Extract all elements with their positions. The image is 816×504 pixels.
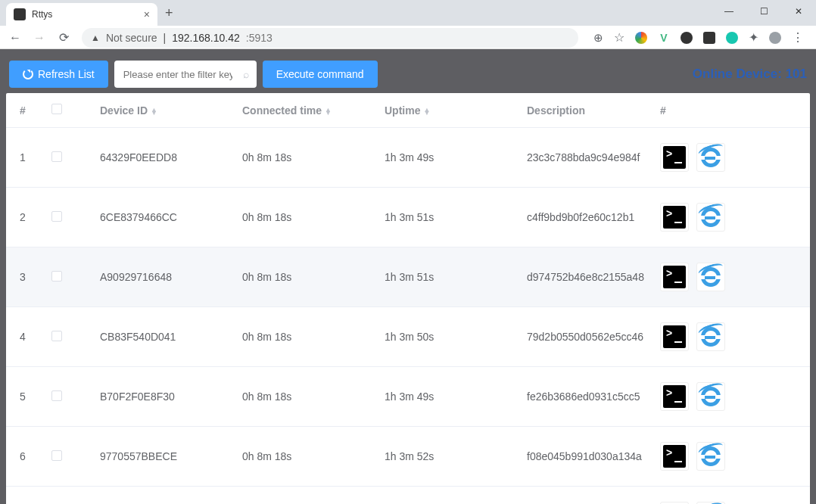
extension-icon-5[interactable] xyxy=(726,32,738,44)
refresh-icon xyxy=(23,69,33,79)
browser-tab[interactable]: Rttys × xyxy=(6,3,157,26)
cell-num: 6 xyxy=(6,427,44,487)
cell-checkbox xyxy=(44,128,92,188)
maximize-button[interactable]: ☐ xyxy=(746,0,781,23)
browser-chrome: Rttys × + — ☐ ✕ ← → ⟳ ▲ Not secure | 192… xyxy=(0,0,816,49)
cell-device-id: 1C4B8F3DE3E9 xyxy=(92,487,235,505)
favicon-icon xyxy=(14,8,26,20)
terminal-icon xyxy=(663,445,686,468)
ie-icon xyxy=(699,385,722,408)
row-checkbox[interactable] xyxy=(51,331,62,341)
extension-icons: ⊕ ☆ V ✦ ⋮ xyxy=(586,30,811,45)
cell-description: fe26b3686ed0931c5cc5 xyxy=(519,367,652,427)
profile-avatar[interactable] xyxy=(769,32,781,44)
ie-icon xyxy=(699,266,722,288)
extension-icon-2[interactable]: V xyxy=(658,32,670,44)
forward-button[interactable]: → xyxy=(29,27,50,48)
cell-connected: 0h 8m 18s xyxy=(235,487,377,505)
terminal-icon xyxy=(663,266,686,288)
cell-actions xyxy=(652,247,810,307)
browser-button[interactable] xyxy=(696,442,725,471)
new-tab-button[interactable]: + xyxy=(165,5,173,26)
col-header-description: Description xyxy=(519,93,652,128)
cell-checkbox xyxy=(44,367,92,427)
cell-checkbox xyxy=(44,487,92,505)
cell-description: d974752b46e8c2155a48 xyxy=(519,247,652,307)
table-row: 6 9770557BBECE 0h 8m 18s 1h 3m 52s f08e0… xyxy=(6,427,810,487)
row-checkbox[interactable] xyxy=(51,390,62,401)
terminal-button[interactable] xyxy=(660,442,689,471)
bookmark-icon[interactable]: ☆ xyxy=(614,30,624,45)
row-checkbox[interactable] xyxy=(51,151,62,162)
refresh-list-button[interactable]: Refresh List xyxy=(9,61,108,88)
online-device-count: Online Device: 101 xyxy=(693,67,807,82)
row-checkbox[interactable] xyxy=(51,271,62,282)
security-label: Not secure xyxy=(106,32,157,44)
cell-uptime: 1h 3m 50s xyxy=(377,307,519,367)
minimize-button[interactable]: — xyxy=(712,0,746,23)
col-header-checkbox xyxy=(44,93,92,128)
ie-icon xyxy=(699,206,722,229)
cell-checkbox xyxy=(44,188,92,247)
browser-button[interactable] xyxy=(696,322,725,351)
cell-num: 1 xyxy=(6,128,44,188)
cell-device-id: A90929716648 xyxy=(92,247,235,307)
tab-title: Rttys xyxy=(32,9,138,20)
col-header-device-id[interactable]: Device ID▲▼ xyxy=(92,93,235,128)
close-tab-icon[interactable]: × xyxy=(144,8,150,20)
select-all-checkbox[interactable] xyxy=(51,104,62,114)
row-checkbox[interactable] xyxy=(51,211,62,222)
cell-actions xyxy=(652,487,810,505)
cell-uptime: 1h 3m 51s xyxy=(377,247,519,307)
terminal-button[interactable] xyxy=(660,143,689,172)
url-port: :5913 xyxy=(246,32,273,44)
cell-checkbox xyxy=(44,247,92,307)
cell-description: c4ff9bd9b0f2e60c12b1 xyxy=(519,188,652,247)
cell-device-id: 64329F0EEDD8 xyxy=(92,128,235,188)
url-input[interactable]: ▲ Not secure | 192.168.10.42:5913 xyxy=(82,28,578,48)
cell-connected: 0h 8m 18s xyxy=(235,307,377,367)
cell-checkbox xyxy=(44,427,92,487)
col-header-connected[interactable]: Connected time▲▼ xyxy=(235,93,377,128)
filter-input[interactable] xyxy=(114,61,257,88)
browser-button[interactable] xyxy=(696,143,725,172)
cell-actions xyxy=(652,128,810,188)
terminal-icon xyxy=(663,146,686,169)
browser-button[interactable] xyxy=(696,382,725,411)
terminal-button[interactable] xyxy=(660,382,689,411)
tab-bar: Rttys × + — ☐ ✕ xyxy=(0,0,816,26)
cell-uptime: 1h 3m 52s xyxy=(377,427,519,487)
reload-button[interactable]: ⟳ xyxy=(53,27,74,48)
col-header-uptime[interactable]: Uptime▲▼ xyxy=(377,93,519,128)
window-controls: — ☐ ✕ xyxy=(712,0,816,23)
back-button[interactable]: ← xyxy=(5,27,26,48)
cell-actions xyxy=(652,307,810,367)
warning-icon: ▲ xyxy=(91,33,100,43)
refresh-label: Refresh List xyxy=(38,68,95,80)
extensions-puzzle-icon[interactable]: ✦ xyxy=(749,30,758,45)
cell-description: f7f86276cbeb53621fe5 xyxy=(519,487,652,505)
terminal-button[interactable] xyxy=(660,263,689,291)
row-checkbox[interactable] xyxy=(51,450,62,461)
table-row: 7 1C4B8F3DE3E9 0h 8m 18s 1h 3m 50s f7f86… xyxy=(6,487,810,505)
execute-command-button[interactable]: Execute command xyxy=(263,61,378,88)
terminal-button[interactable] xyxy=(660,203,689,232)
close-window-button[interactable]: ✕ xyxy=(781,0,816,23)
cell-device-id: 6CE8379466CC xyxy=(92,188,235,247)
cell-actions xyxy=(652,427,810,487)
browser-menu-icon[interactable]: ⋮ xyxy=(792,30,804,45)
extension-icon-3[interactable] xyxy=(681,32,693,44)
cell-connected: 0h 8m 18s xyxy=(235,367,377,427)
terminal-icon xyxy=(663,206,686,229)
terminal-button[interactable] xyxy=(660,322,689,351)
browser-button[interactable] xyxy=(696,203,725,232)
sort-icon: ▲▼ xyxy=(151,108,157,114)
cell-num: 2 xyxy=(6,188,44,247)
cell-description: 79d2b0550d0562e5cc46 xyxy=(519,307,652,367)
cell-device-id: 9770557BBECE xyxy=(92,427,235,487)
zoom-icon[interactable]: ⊕ xyxy=(593,31,603,45)
extension-icon-1[interactable] xyxy=(635,32,647,44)
extension-icon-4[interactable] xyxy=(703,32,715,44)
cell-actions xyxy=(652,367,810,427)
browser-button[interactable] xyxy=(696,263,725,291)
